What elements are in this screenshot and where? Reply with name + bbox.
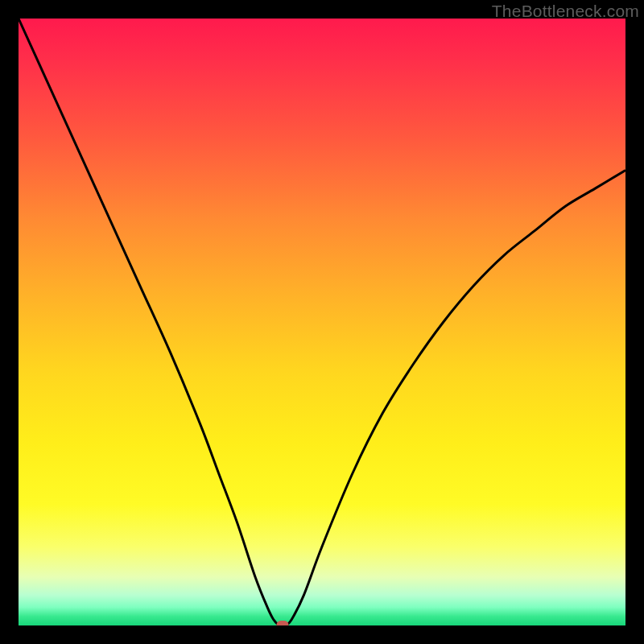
- curve-svg: [19, 19, 625, 625]
- bottleneck-curve: [19, 19, 625, 625]
- plot-area: [19, 19, 625, 625]
- watermark-text: TheBottleneck.com: [492, 2, 639, 21]
- optimum-marker: [276, 621, 288, 625]
- chart-stage: TheBottleneck.com: [0, 0, 644, 644]
